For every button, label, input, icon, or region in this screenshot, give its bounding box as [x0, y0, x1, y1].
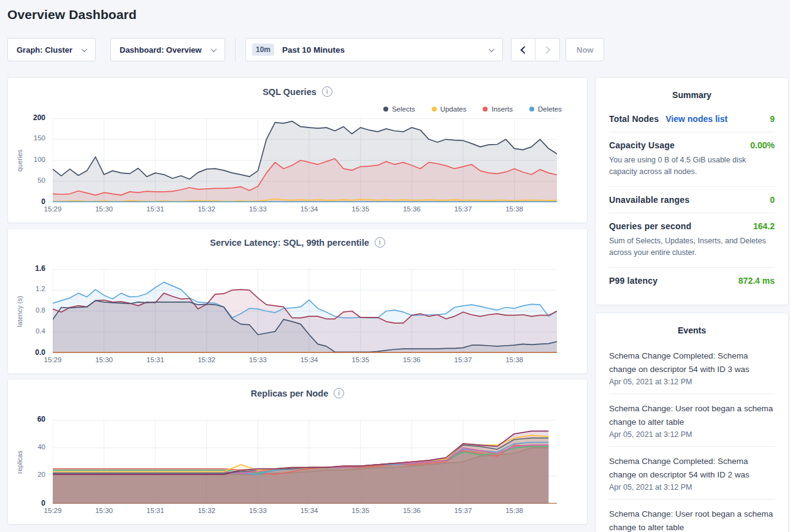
x-tick: 15:33: [242, 507, 273, 514]
x-axis-ticks: 15:2915:3015:3115:3215:3315:3415:3515:36…: [53, 356, 557, 367]
x-tick: 15:29: [37, 205, 68, 213]
event-message: Schema Change: User root began a schema …: [609, 507, 775, 532]
view-nodes-link[interactable]: View nodes list: [665, 114, 727, 124]
event-timestamp: Apr 05, 2021 at 3:12 PM: [609, 430, 775, 439]
summary-row-subtext: Sum of Selects, Updates, Inserts, and De…: [609, 235, 775, 259]
y-tick: 20: [12, 471, 45, 478]
legend-label: Selects: [392, 105, 415, 113]
x-tick: 15:33: [242, 205, 273, 213]
event-list-item: Schema Change: User root began a schema …: [609, 394, 775, 446]
dashboard-selector-label: Dashboard: Overview: [120, 45, 202, 55]
event-list-item: Schema Change Completed: Schema change o…: [609, 341, 775, 393]
chevron-down-icon: [82, 46, 88, 52]
legend-label: Deletes: [538, 105, 562, 113]
legend-dot-icon: [529, 107, 534, 112]
chevron-left-icon: [520, 46, 528, 54]
summary-row-value: 0.00%: [750, 140, 775, 150]
events-panel: Events Schema Change Completed: Schema c…: [595, 313, 789, 532]
x-axis-ticks: 15:2915:3015:3115:3215:3315:3415:3515:36…: [53, 205, 557, 216]
graph-selector-label: Graph: Cluster: [17, 45, 72, 55]
summary-row: Total NodesView nodes list9: [609, 106, 775, 132]
chart-title: SQL Queries: [263, 87, 316, 97]
events-title: Events: [609, 323, 775, 341]
summary-row: P99 latency872.4 ms: [609, 268, 775, 294]
x-tick: 15:29: [37, 507, 68, 514]
x-tick: 15:31: [140, 205, 171, 213]
y-tick: 150: [12, 134, 45, 142]
x-tick: 15:36: [396, 356, 427, 363]
legend-label: Inserts: [491, 105, 513, 113]
y-axis-ticks: 050100150200: [8, 118, 49, 202]
summary-row-label: Capacity Usage: [609, 140, 675, 150]
legend-item: Selects: [383, 105, 415, 113]
y-tick: 50: [12, 177, 45, 184]
y-axis-ticks: 0204060: [8, 420, 49, 504]
y-tick: 200: [12, 113, 45, 122]
y-tick: 0.4: [12, 327, 45, 335]
time-prev-button[interactable]: [511, 38, 535, 61]
x-tick: 15:38: [499, 205, 530, 213]
x-tick: 15:36: [396, 205, 427, 213]
x-tick: 15:37: [448, 356, 478, 363]
dashboard-selector-dropdown[interactable]: Dashboard: Overview: [110, 38, 225, 61]
y-tick: 0: [12, 197, 45, 206]
y-tick: 100: [12, 156, 45, 163]
x-tick: 15:34: [294, 356, 324, 363]
y-tick: 40: [12, 443, 45, 450]
x-tick: 15:35: [345, 356, 376, 363]
y-tick: 0.0: [12, 348, 45, 357]
now-button[interactable]: Now: [566, 38, 604, 61]
y-tick: 0: [12, 499, 45, 507]
event-message: Schema Change: User root began a schema …: [609, 402, 775, 429]
x-tick: 15:36: [396, 507, 427, 514]
x-tick: 15:31: [140, 507, 171, 514]
event-list-item: Schema Change Completed: Schema change o…: [609, 447, 775, 499]
info-icon[interactable]: [334, 388, 344, 398]
x-tick: 15:34: [294, 205, 324, 213]
x-tick: 15:30: [89, 205, 120, 213]
legend-dot-icon: [483, 107, 488, 112]
chart-plot-area[interactable]: [53, 118, 557, 202]
x-tick: 15:32: [191, 356, 222, 363]
time-range-label: Past 10 Minutes: [282, 45, 345, 55]
graph-selector-dropdown[interactable]: Graph: Cluster: [7, 38, 96, 61]
charts-column: SQL Queries SelectsUpdatesInsertsDeletes…: [7, 77, 588, 530]
event-list-item: Schema Change: User root began a schema …: [609, 500, 775, 532]
info-icon[interactable]: [375, 237, 385, 248]
page-title: Overview Dashboard: [7, 7, 790, 22]
chart-plot-area[interactable]: [53, 420, 557, 504]
legend-item: Inserts: [483, 105, 513, 113]
chart-title: Service Latency: SQL, 99th percentile: [210, 238, 369, 248]
summary-row-label: P99 latency: [609, 276, 658, 286]
chevron-right-icon: [543, 46, 551, 54]
x-tick: 15:30: [89, 356, 120, 363]
x-tick: 15:37: [448, 205, 478, 213]
x-tick: 15:38: [499, 356, 530, 363]
events-list: Schema Change Completed: Schema change o…: [609, 341, 775, 532]
summary-row: Capacity Usage0.00%You are using 0 B of …: [609, 132, 775, 186]
x-tick: 15:30: [89, 507, 120, 514]
chart-card-sql-queries: SQL Queries SelectsUpdatesInsertsDeletes…: [7, 77, 588, 223]
x-tick: 15:32: [191, 507, 222, 514]
y-axis-ticks: 0.00.40.81.21.6: [8, 269, 49, 353]
legend-dot-icon: [383, 107, 388, 112]
x-tick: 15:29: [37, 356, 68, 363]
legend-dot-icon: [432, 107, 437, 112]
x-axis-ticks: 15:2915:3015:3115:3215:3315:3415:3515:36…: [53, 507, 557, 518]
x-tick: 15:33: [242, 356, 273, 363]
summary-rows: Total NodesView nodes list9Capacity Usag…: [609, 106, 775, 294]
summary-panel: Summary Total NodesView nodes list9Capac…: [595, 77, 789, 305]
summary-row-label: Queries per second: [609, 221, 691, 231]
x-tick: 15:35: [345, 205, 376, 213]
y-tick: 1.6: [12, 264, 45, 273]
info-icon[interactable]: [322, 86, 332, 97]
summary-row-value: 0: [770, 195, 775, 205]
time-range-picker[interactable]: 10m Past 10 Minutes: [245, 38, 503, 61]
summary-row-label: Unavailable ranges: [609, 195, 689, 205]
summary-row-subtext: You are using 0 B of 4.5 GiB usable disk…: [609, 154, 775, 178]
time-next-button[interactable]: [535, 38, 560, 61]
sidebar: Summary Total NodesView nodes list9Capac…: [595, 77, 789, 532]
summary-row: Unavailable ranges0: [609, 187, 775, 213]
summary-row-value: 164.2: [753, 221, 775, 231]
chart-plot-area[interactable]: [53, 269, 557, 353]
